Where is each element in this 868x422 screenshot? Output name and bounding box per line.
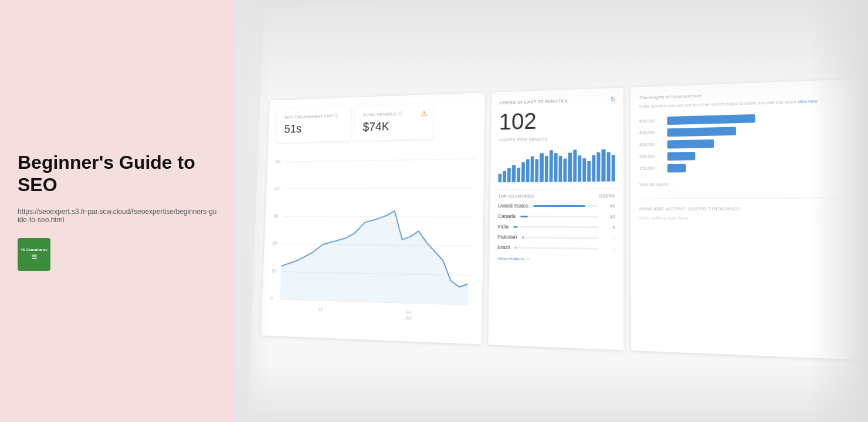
mini-bar	[582, 158, 586, 182]
bottom-section-sub: User activity over time	[639, 215, 868, 221]
mini-bar	[512, 165, 516, 182]
svg-text:04: 04	[406, 309, 411, 315]
chart-area: 5K 4K 3K 2K 1K 0	[269, 144, 476, 339]
country-value: 10	[603, 214, 615, 219]
country-value: -	[603, 235, 615, 240]
hbar-fill	[667, 114, 755, 124]
right-info-card: The heights of input text size In the qu…	[630, 77, 868, 363]
hbar-row: 400,000	[639, 122, 868, 137]
logo-icon: ☰	[32, 253, 37, 261]
hbar-row: 200,000	[639, 148, 868, 161]
country-bar-fill	[520, 215, 528, 217]
engagement-label: Avg. engagement time ⓘ	[284, 113, 343, 120]
mini-bar	[592, 155, 595, 182]
mini-bar	[606, 152, 610, 181]
hbar-fill	[667, 151, 696, 160]
revenue-value: $74K	[362, 118, 424, 134]
country-row: Pakistan -	[497, 234, 615, 241]
country-name: India	[498, 224, 509, 230]
country-name: Canada	[498, 213, 516, 219]
svg-text:2K: 2K	[272, 241, 278, 246]
mini-bar	[554, 153, 557, 182]
revenue-label: Total revenue ⓘ	[363, 110, 425, 118]
revenue-card: Total revenue ⓘ $74K ⚠	[354, 103, 433, 141]
mini-bar	[578, 155, 581, 182]
svg-text:28: 28	[318, 307, 323, 312]
hbar-fill	[667, 164, 686, 172]
mini-bar	[503, 171, 506, 183]
svg-line-7	[284, 188, 475, 189]
mini-bar	[602, 149, 605, 182]
country-bar-fill	[533, 205, 585, 206]
realtime-refresh-icon[interactable]: ↻	[610, 96, 615, 103]
top-metrics: Avg. engagement time ⓘ 51s Total revenue…	[276, 102, 476, 143]
mini-bar	[568, 153, 572, 182]
mini-bar	[597, 152, 601, 182]
line-chart-svg: 5K 4K 3K 2K 1K 0	[269, 144, 476, 339]
svg-text:4K: 4K	[274, 186, 280, 191]
hbar-label: 200,000	[639, 154, 664, 159]
country-name: Brazil	[497, 244, 510, 250]
country-row: Brazil -	[497, 244, 615, 251]
page-title: Beginner's Guide to SEO	[18, 151, 217, 196]
svg-text:0: 0	[270, 296, 273, 301]
mini-bar	[587, 161, 591, 182]
dashboard-wrapper: Avg. engagement time ⓘ 51s Total revenue…	[247, 0, 868, 422]
country-bar-wrap	[520, 215, 598, 217]
mini-bar	[611, 155, 615, 181]
realtime-sub-label: USERS PER MINUTE	[499, 135, 615, 142]
country-name: Pakistan	[497, 234, 517, 240]
right-panel: Avg. engagement time ⓘ 51s Total revenue…	[235, 0, 868, 422]
mini-bar	[517, 168, 520, 182]
countries-list: United States 80 Canada 10 India 5 Pakis…	[497, 203, 615, 251]
svg-line-8	[283, 216, 474, 217]
hbar-fill	[667, 139, 714, 148]
page-url[interactable]: https://seoexpert.s3.fr-par.scw.cloud/fs…	[18, 207, 217, 224]
logo-text: YE Consultancy	[21, 248, 48, 252]
mini-bar	[530, 156, 534, 182]
country-row: Canada 10	[498, 213, 615, 219]
svg-text:1K: 1K	[271, 268, 277, 274]
country-row: India 5	[498, 224, 615, 230]
country-value: 5	[603, 224, 615, 230]
svg-line-6	[285, 159, 475, 162]
countries-col-header: USERS	[599, 194, 615, 198]
right-card-link[interactable]: click here	[798, 99, 818, 104]
hbar-label: 150,000	[639, 166, 664, 171]
mini-bar	[507, 168, 511, 182]
dashboard-bg: Avg. engagement time ⓘ 51s Total revenue…	[247, 0, 868, 422]
left-panel: Beginner's Guide to SEO https://seoexper…	[0, 0, 235, 422]
realtime-header-label: USERS IN LAST 30 MINUTES	[499, 98, 568, 106]
mini-bar	[535, 159, 538, 182]
view-realtime-link[interactable]: View realtime →	[497, 256, 615, 263]
mini-bar	[563, 159, 567, 182]
country-bar-wrap	[515, 247, 599, 250]
warning-icon: ⚠	[421, 109, 428, 118]
mini-bar-chart	[499, 146, 615, 182]
bottom-section: HOW ARE ACTIVE USERS TRENDING? User acti…	[639, 197, 868, 221]
mini-bar	[499, 174, 502, 183]
view-report-link[interactable]: View all reports →	[639, 180, 868, 186]
svg-text:Jun: Jun	[405, 315, 412, 321]
mini-bar	[549, 150, 552, 182]
engagement-card: Avg. engagement time ⓘ 51s	[276, 106, 351, 142]
realtime-header: USERS IN LAST 30 MINUTES ↻	[499, 96, 615, 106]
countries-title: TOP COUNTRIES	[498, 194, 534, 198]
country-bar-fill	[513, 226, 517, 227]
realtime-count: 102	[499, 107, 615, 133]
hbar-label: 300,000	[639, 142, 664, 147]
countries-header: TOP COUNTRIES USERS	[498, 189, 615, 199]
hbar-label: 500,000	[639, 118, 663, 123]
hbar-row: 300,000	[639, 135, 868, 149]
hbar-row: 500,000	[639, 110, 868, 125]
chart-card: Avg. engagement time ⓘ 51s Total revenue…	[261, 93, 486, 345]
svg-marker-12	[280, 211, 469, 305]
mini-bar	[521, 162, 525, 182]
realtime-card: USERS IN LAST 30 MINUTES ↻ 102 USERS PER…	[488, 87, 623, 350]
logo-badge: YE Consultancy ☰	[18, 238, 50, 271]
country-bar-wrap	[521, 236, 598, 239]
hbar-row: 150,000	[639, 161, 868, 173]
mini-bar	[526, 159, 530, 182]
mini-bar	[573, 149, 577, 182]
mini-bar	[544, 156, 548, 182]
